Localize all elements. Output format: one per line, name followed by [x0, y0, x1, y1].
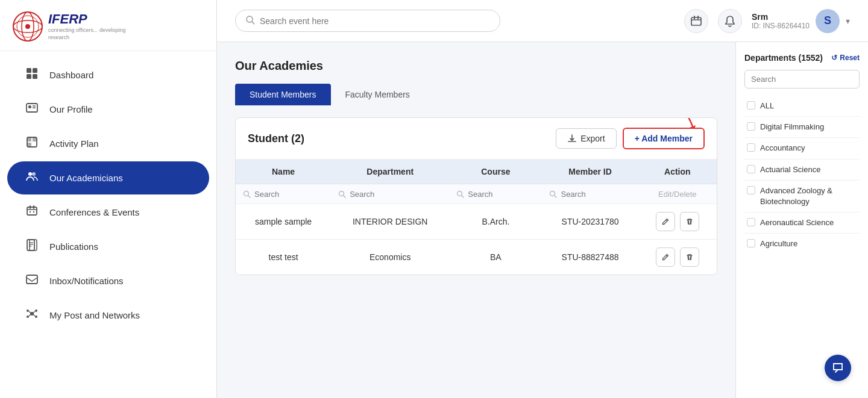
sidebar-item-publications[interactable]: Publications — [7, 230, 209, 263]
edit-btn-0[interactable] — [656, 212, 675, 231]
svg-line-48 — [248, 195, 251, 197]
dept-item-accountancy[interactable]: Accountancy — [744, 138, 860, 159]
svg-rect-19 — [27, 207, 37, 215]
sidebar-item-label-publications: Publications — [49, 241, 98, 252]
col-course: Course — [449, 160, 542, 184]
sidebar-item-label-inbox: Inbox/Notifications — [49, 276, 124, 286]
dept-item-all[interactable]: ALL — [744, 96, 860, 117]
svg-rect-9 — [27, 104, 37, 112]
logo-name: IFERP — [48, 11, 133, 27]
dept-name-4: Advanced Zoology & Biotechnology — [760, 185, 857, 207]
cell-dept-0: INTERIOR DESIGN — [331, 204, 449, 240]
svg-point-34 — [27, 316, 29, 318]
calendar-button[interactable] — [684, 9, 708, 33]
dashboard-icon — [24, 67, 40, 83]
sidebar-item-label-my-post: My Post and Networks — [49, 310, 140, 320]
logo-subtitle: connecting officers... developing resear… — [48, 27, 133, 41]
dept-item-digital-filmmaking[interactable]: Digital Filmmaking — [744, 117, 860, 138]
search-dept-input[interactable] — [350, 190, 398, 199]
add-member-button[interactable]: + Add Member — [623, 128, 705, 149]
search-input[interactable] — [260, 16, 490, 26]
col-department: Department — [331, 160, 449, 184]
student-count: Student (2) — [248, 132, 550, 145]
dept-checkbox-5[interactable] — [747, 218, 755, 226]
tab-faculty-members[interactable]: Faculty Members — [331, 84, 424, 105]
avatar: S — [816, 9, 840, 33]
svg-line-52 — [462, 195, 464, 197]
delete-btn-0[interactable] — [680, 212, 699, 231]
reset-label: Reset — [840, 54, 860, 62]
search-course-cell — [456, 190, 535, 199]
svg-rect-14 — [27, 137, 31, 141]
svg-rect-5 — [27, 68, 31, 73]
svg-line-54 — [555, 195, 557, 197]
dept-checkbox-3[interactable] — [747, 165, 755, 173]
dept-checkbox-6[interactable] — [747, 239, 755, 247]
sidebar-item-conferences[interactable]: Conferences & Events — [7, 196, 209, 229]
dept-checkbox-2[interactable] — [747, 143, 755, 152]
table-search-row: Edit/Delete — [236, 184, 717, 204]
reset-link[interactable]: ↺ Reset — [831, 54, 860, 62]
svg-line-38 — [29, 314, 31, 316]
svg-rect-25 — [27, 240, 34, 250]
dept-name-1: Digital Filmmaking — [760, 122, 824, 132]
dept-checkbox-all[interactable] — [747, 101, 755, 110]
svg-point-31 — [30, 312, 34, 316]
add-member-label: + Add Member — [635, 134, 693, 143]
search-bar[interactable] — [235, 10, 500, 32]
dept-item-advanced-zoology[interactable]: Advanced Zoology & Biotechnology — [744, 181, 860, 213]
svg-rect-26 — [30, 240, 37, 250]
dept-item-actuarial-science[interactable]: Actuarial Science — [744, 160, 860, 181]
svg-line-41 — [252, 22, 254, 24]
header: Srm ID: INS-86264410 S ▾ — [217, 0, 868, 42]
sidebar-item-our-profile[interactable]: Our Profile — [7, 93, 209, 126]
svg-line-55 — [666, 220, 667, 221]
export-button[interactable]: Export — [556, 128, 616, 149]
search-name-input[interactable] — [254, 190, 303, 199]
notification-button[interactable] — [718, 9, 742, 33]
sidebar-item-dashboard[interactable]: Dashboard — [7, 58, 209, 92]
svg-rect-8 — [33, 74, 37, 79]
dept-item-aeronautical-science[interactable]: Aeronautical Science — [744, 213, 860, 234]
chat-button[interactable] — [825, 355, 851, 381]
delete-btn-1[interactable] — [680, 247, 699, 267]
cell-course-0: B.Arch. — [449, 204, 542, 240]
user-id: ID: INS-86264410 — [752, 22, 810, 30]
svg-line-37 — [33, 311, 35, 313]
sidebar-item-activity-plan[interactable]: Activity Plan — [7, 127, 209, 160]
sidebar-item-our-academicians[interactable]: Our Academicians — [7, 161, 209, 194]
svg-point-32 — [27, 309, 29, 312]
tab-student-members[interactable]: Student Members — [235, 84, 331, 105]
table-section: Student (2) Export + Add Member — [235, 117, 717, 275]
search-course-input[interactable] — [468, 190, 516, 199]
search-memberid-cell — [549, 190, 631, 199]
tabs-bar: Student Members Faculty Members — [235, 84, 717, 105]
sidebar-item-label-academicians: Our Academicians — [49, 173, 123, 183]
svg-rect-10 — [28, 105, 31, 108]
svg-point-23 — [30, 211, 31, 213]
content-area: Our Academies Student Members Faculty Me… — [217, 42, 868, 398]
svg-rect-15 — [33, 137, 37, 141]
dept-name-2: Accountancy — [760, 143, 805, 154]
edit-btn-1[interactable] — [656, 247, 675, 267]
action-btns-0 — [648, 212, 707, 231]
dept-checkbox-1[interactable] — [747, 122, 755, 131]
dept-item-agriculture[interactable]: Agriculture — [744, 234, 860, 254]
sidebar-item-my-post[interactable]: My Post and Networks — [7, 299, 209, 332]
svg-point-33 — [35, 309, 37, 312]
network-icon — [24, 307, 40, 323]
svg-rect-16 — [27, 143, 31, 147]
dept-search[interactable] — [744, 70, 860, 89]
svg-point-4 — [25, 24, 30, 29]
export-label: Export — [580, 134, 605, 143]
sidebar-item-label-activity: Activity Plan — [49, 138, 99, 149]
user-info[interactable]: Srm ID: INS-86264410 S ▾ — [752, 9, 850, 33]
dept-checkbox-4[interactable] — [747, 186, 755, 194]
dept-search-input[interactable] — [751, 75, 852, 84]
search-memberid-input[interactable] — [561, 190, 609, 199]
logo-text-block: IFERP connecting officers... developing … — [48, 11, 133, 41]
svg-rect-42 — [691, 17, 701, 25]
col-name: Name — [236, 160, 331, 184]
svg-point-24 — [33, 211, 34, 213]
sidebar-item-inbox[interactable]: Inbox/Notifications — [7, 264, 209, 297]
